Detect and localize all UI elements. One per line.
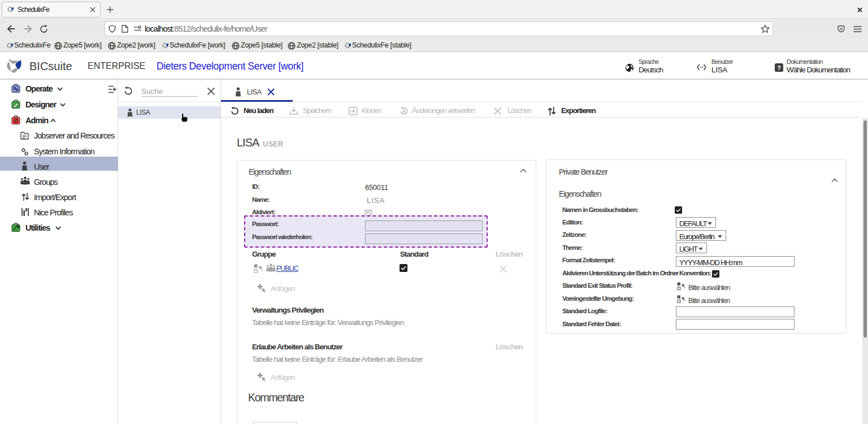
svg-text:?: ? xyxy=(777,64,781,71)
